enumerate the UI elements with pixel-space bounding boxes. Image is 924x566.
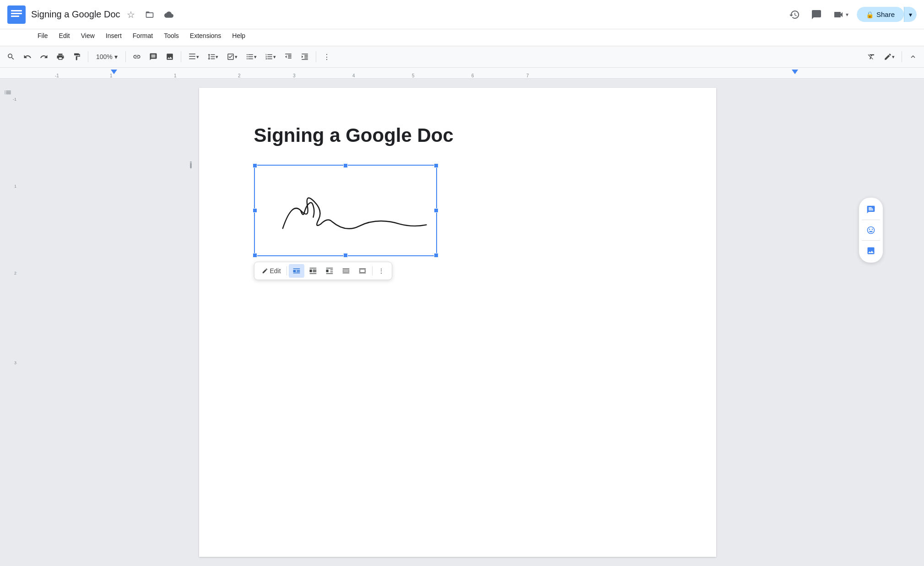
- menu-help[interactable]: Help: [227, 30, 250, 41]
- more-icon: ⋮: [378, 267, 384, 275]
- menu-edit[interactable]: Edit: [54, 30, 75, 41]
- menu-file[interactable]: File: [33, 30, 53, 41]
- move-to-folder-button[interactable]: [142, 7, 157, 22]
- ruler-tab-right[interactable]: [792, 70, 798, 74]
- app-icon: [7, 5, 26, 24]
- menu-extensions[interactable]: Extensions: [185, 30, 226, 41]
- pencil-marker[interactable]: [187, 161, 195, 170]
- document-page: Signing a Google Doc: [199, 88, 716, 557]
- line-spacing-button[interactable]: ▾: [204, 50, 222, 63]
- image-edit-button[interactable]: Edit: [258, 264, 285, 277]
- insert-comment-button[interactable]: [146, 50, 161, 63]
- title-bar: Signing a Google Doc ☆ ▾ 🔒 Share ▾: [0, 0, 924, 29]
- zoom-selector[interactable]: 100% ▾: [92, 51, 122, 63]
- svg-rect-6: [293, 270, 296, 272]
- front-text-button[interactable]: [355, 264, 370, 278]
- svg-rect-7: [297, 270, 300, 271]
- menu-view[interactable]: View: [76, 30, 99, 41]
- handle-middle-right[interactable]: [434, 208, 438, 213]
- title-right-section: ▾ 🔒 Share ▾: [786, 6, 917, 23]
- menu-bar: File Edit View Insert Format Tools Exten…: [0, 29, 924, 46]
- insert-image-button[interactable]: [162, 50, 177, 63]
- undo-button[interactable]: [20, 50, 35, 63]
- edit-label: Edit: [270, 267, 281, 275]
- svg-rect-13: [313, 270, 316, 271]
- handle-top-left[interactable]: [253, 163, 257, 168]
- page-ruler-marker-2: 1: [14, 184, 16, 189]
- clear-formatting-button[interactable]: [864, 50, 879, 63]
- star-button[interactable]: ☆: [124, 6, 138, 23]
- comments-button[interactable]: [808, 6, 825, 23]
- svg-rect-0: [7, 5, 26, 24]
- main-area: -1 1 2 3 Signing a Google Doc: [0, 79, 924, 566]
- svg-rect-23: [342, 273, 349, 274]
- svg-rect-18: [330, 270, 333, 270]
- checklist-button[interactable]: ▾: [223, 50, 241, 63]
- svg-rect-10: [309, 273, 316, 274]
- toolbar-divider-2: [125, 51, 126, 62]
- wrap-inline-button[interactable]: [289, 264, 304, 278]
- numbered-list-button[interactable]: ▾: [262, 50, 279, 63]
- align-button[interactable]: ▾: [185, 50, 202, 63]
- print-button[interactable]: [53, 50, 68, 63]
- edit-pen-button[interactable]: ▾: [881, 50, 898, 63]
- svg-rect-11: [309, 270, 312, 272]
- handle-bottom-center[interactable]: [343, 253, 348, 258]
- share-label: Share: [876, 11, 895, 18]
- list-button[interactable]: ▾: [243, 50, 260, 63]
- menu-insert[interactable]: Insert: [101, 30, 126, 41]
- outline-icon[interactable]: [4, 90, 12, 99]
- menu-tools[interactable]: Tools: [159, 30, 184, 41]
- page-ruler-marker-3: 2: [14, 271, 16, 275]
- svg-rect-14: [313, 272, 316, 273]
- svg-rect-3: [11, 16, 19, 17]
- share-button[interactable]: 🔒 Share: [857, 7, 904, 22]
- handle-bottom-right[interactable]: [434, 253, 438, 258]
- svg-rect-29: [360, 269, 365, 273]
- wrap-text-button[interactable]: [305, 264, 321, 278]
- svg-rect-5: [293, 273, 300, 274]
- share-dropdown-button[interactable]: ▾: [904, 7, 917, 22]
- emoji-float-button[interactable]: [862, 221, 880, 239]
- ruler: -1 1 1 2 3 4 5 6 7: [0, 68, 924, 79]
- document-heading: Signing a Google Doc: [254, 124, 661, 146]
- decrease-indent-button[interactable]: [281, 50, 296, 63]
- redo-button[interactable]: [37, 50, 51, 63]
- svg-rect-1: [11, 10, 22, 11]
- image-toolbar-divider-1: [286, 266, 287, 275]
- handle-top-center[interactable]: [343, 163, 348, 168]
- svg-rect-16: [326, 273, 333, 274]
- image-float-button[interactable]: [862, 242, 880, 260]
- svg-rect-15: [326, 268, 333, 269]
- toolbar-divider-1: [88, 51, 88, 62]
- handle-bottom-left[interactable]: [253, 253, 257, 258]
- break-text-button[interactable]: [322, 264, 337, 278]
- svg-rect-4: [293, 269, 300, 270]
- collapse-toolbar-button[interactable]: [906, 50, 920, 63]
- toolbar: 100% ▾ ▾ ▾ ▾ ▾ ▾ ⋮: [0, 46, 924, 68]
- link-button[interactable]: [130, 50, 144, 63]
- image-container[interactable]: Edit: [254, 165, 437, 256]
- right-float-panel: [859, 198, 883, 263]
- version-history-button[interactable]: [786, 6, 803, 23]
- menu-format[interactable]: Format: [128, 30, 157, 41]
- toolbar-divider-3: [181, 51, 181, 62]
- handle-middle-left[interactable]: [253, 208, 257, 213]
- meet-chevron: ▾: [846, 11, 848, 18]
- svg-rect-24: [343, 269, 348, 273]
- increase-indent-button[interactable]: [297, 50, 312, 63]
- paint-format-button[interactable]: [70, 50, 84, 63]
- handle-top-right[interactable]: [434, 163, 438, 168]
- svg-rect-9: [309, 268, 316, 269]
- behind-text-button[interactable]: [338, 264, 354, 278]
- image-more-button[interactable]: ⋮: [374, 264, 388, 277]
- cloud-save-button[interactable]: [162, 7, 176, 22]
- selected-image[interactable]: [254, 165, 437, 256]
- add-comment-float-button[interactable]: [862, 200, 880, 219]
- more-toolbar-button[interactable]: ⋮: [320, 50, 334, 64]
- lock-icon: 🔒: [866, 11, 874, 18]
- search-button[interactable]: [4, 50, 18, 63]
- meet-button[interactable]: ▾: [830, 6, 851, 23]
- zoom-arrow: ▾: [114, 53, 118, 60]
- doc-title[interactable]: Signing a Google Doc: [31, 9, 120, 20]
